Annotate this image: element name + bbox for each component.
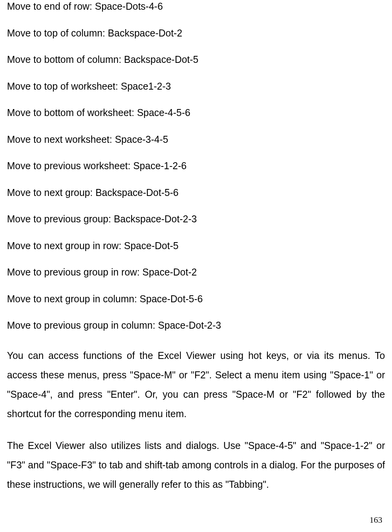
instruction-line: Move to bottom of worksheet: Space-4-5-6 <box>7 106 385 119</box>
instruction-line: Move to previous group in row: Space-Dot… <box>7 266 385 279</box>
instruction-line: Move to end of row: Space-Dots-4-6 <box>7 0 385 13</box>
instruction-line: Move to previous worksheet: Space-1-2-6 <box>7 159 385 172</box>
instruction-line: Move to next group in row: Space-Dot-5 <box>7 239 385 252</box>
page-number: 163 <box>369 515 382 525</box>
instruction-line: Move to next worksheet: Space-3-4-5 <box>7 133 385 146</box>
instruction-line: Move to top of column: Backspace-Dot-2 <box>7 27 385 40</box>
instruction-line: Move to top of worksheet: Space1-2-3 <box>7 80 385 93</box>
instruction-line: Move to next group in column: Space-Dot-… <box>7 293 385 305</box>
instruction-line: Move to bottom of column: Backspace-Dot-… <box>7 53 385 66</box>
instruction-line: Move to previous group: Backspace-Dot-2-… <box>7 213 385 225</box>
instruction-line: Move to next group: Backspace-Dot-5-6 <box>7 186 385 199</box>
instruction-line: Move to previous group in column: Space-… <box>7 319 385 332</box>
body-paragraph: The Excel Viewer also utilizes lists and… <box>7 436 385 494</box>
body-paragraph: You can access functions of the Excel Vi… <box>7 346 385 423</box>
document-content: Move to end of row: Space-Dots-4-6 Move … <box>7 0 385 494</box>
